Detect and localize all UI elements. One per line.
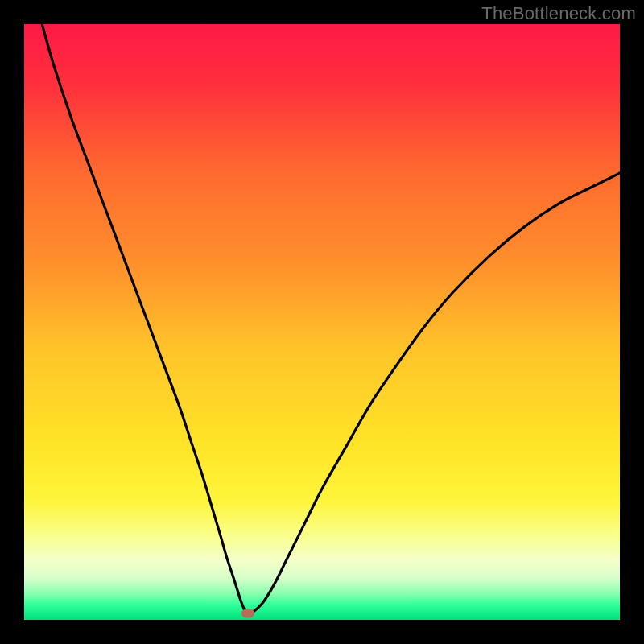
plot-area — [24, 24, 620, 620]
chart-frame: TheBottleneck.com — [0, 0, 644, 644]
gradient-background — [24, 24, 620, 620]
chart-svg — [24, 24, 620, 620]
optimal-point-marker — [242, 609, 254, 617]
watermark-text: TheBottleneck.com — [481, 3, 636, 24]
